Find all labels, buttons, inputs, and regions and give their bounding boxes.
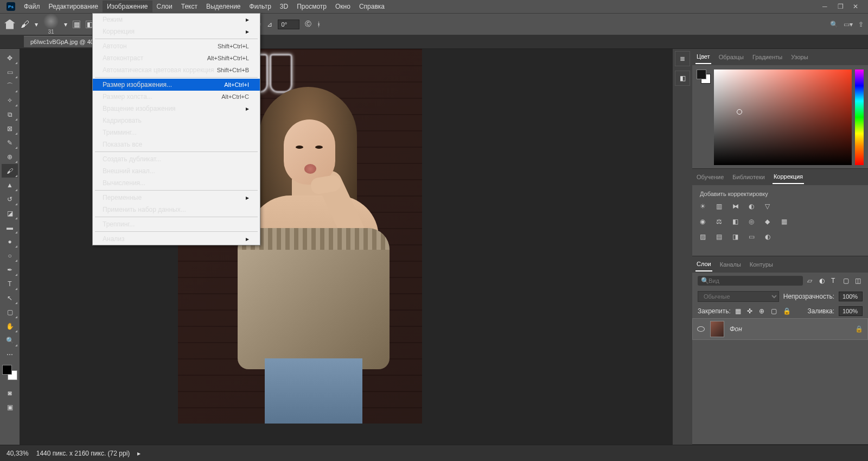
menu-item--[interactable]: Вращение изображения▸ [93,103,260,115]
posterize-icon[interactable]: ▤ [716,233,726,243]
tab-каналы[interactable]: Каналы [719,258,742,271]
screenmode-toggle[interactable]: ▣ [2,400,18,414]
fill-input[interactable] [839,306,863,316]
menu-item--[interactable]: Размер холста...Alt+Ctrl+C [93,91,260,103]
brush-preview[interactable] [43,14,59,29]
vibrance-icon[interactable]: ▽ [765,203,775,212]
hue-slider[interactable] [855,70,864,165]
tab-узоры[interactable]: Узоры [790,50,809,64]
tab-контуры[interactable]: Контуры [749,258,774,271]
tab-градиенты[interactable]: Градиенты [751,50,783,64]
menu-item--[interactable]: Создать дубликат... [93,153,260,165]
filter-image-icon[interactable]: ▱ [807,277,815,285]
menu-справка[interactable]: Справка [355,1,389,12]
quickmask-toggle[interactable]: ◙ [2,386,18,400]
home-button[interactable] [4,20,15,29]
zoom-tool[interactable]: 🔍 [2,333,18,347]
filter-shape-icon[interactable]: ▢ [843,277,851,285]
layer-filter-input[interactable] [698,276,803,286]
minimize-button[interactable]: ─ [822,3,830,10]
menu-item--[interactable]: Вычисления... [93,177,260,189]
pen-tool[interactable]: ✒ [2,263,18,276]
color-field[interactable] [714,70,852,165]
zoom-level[interactable]: 40,33% [7,450,29,457]
lock-artboard-icon[interactable]: ⊕ [759,307,767,315]
close-button[interactable]: ✕ [853,3,860,10]
bw-icon[interactable]: ◧ [732,218,742,228]
menu-текст[interactable]: Текст [177,1,202,12]
menu-редактирование[interactable]: Редактирование [44,1,103,12]
levels-icon[interactable]: ▥ [716,203,726,212]
blur-tool[interactable]: ● [2,235,18,248]
stamp-tool[interactable]: ▲ [2,178,18,192]
lock-nest-icon[interactable]: ▢ [771,307,778,315]
eyedropper-tool[interactable]: ✎ [2,136,18,149]
search-icon[interactable]: 🔍 [830,21,838,28]
blend-mode-select[interactable]: Обычные [698,291,779,302]
tab-библиотеки[interactable]: Библиотеки [731,170,766,184]
dodge-tool[interactable]: ○ [2,249,18,262]
menu-файл[interactable]: Файл [20,1,44,12]
gradientmap-icon[interactable]: ▭ [749,233,758,243]
menu-item--[interactable]: Режим▸ [93,14,260,26]
color-swatches[interactable] [2,365,17,380]
edit-toolbar[interactable]: ⋯ [2,348,18,361]
shape-tool[interactable]: ▢ [2,305,18,319]
fg-color-swatch[interactable] [2,365,12,375]
angle-input[interactable] [278,20,299,29]
restore-button[interactable]: ❐ [838,3,845,10]
invert-icon[interactable]: ▨ [700,233,710,243]
path-select-tool[interactable]: ↖ [2,291,18,305]
menu-просмотр[interactable]: Просмотр [292,1,331,12]
brush-tool-icon[interactable]: 🖌 [21,20,29,29]
menu-выделение[interactable]: Выделение [202,1,245,12]
brightness-icon[interactable]: ☀ [700,203,710,212]
pressure-size-icon[interactable]: Ⓒ [305,20,311,29]
threshold-icon[interactable]: ◨ [732,233,742,243]
layer-row[interactable]: Фон 🔒 [692,318,868,340]
type-tool[interactable]: T [2,277,18,291]
hand-tool[interactable]: ✋ [2,319,18,333]
gradient-tool[interactable]: ▬ [2,220,18,234]
wand-tool[interactable]: ✧ [2,93,18,107]
colorlookup-icon[interactable]: ▦ [781,218,791,228]
workspace-icon[interactable]: ▭▾ [844,21,853,28]
menu-item--[interactable]: Размер изображения...Alt+Ctrl+I [93,79,260,91]
filter-adjust-icon[interactable]: ◐ [819,277,827,285]
tab-коррекция[interactable]: Коррекция [773,170,804,184]
menu-фильтр[interactable]: Фильтр [245,1,276,12]
history-brush-tool[interactable]: ↺ [2,192,18,206]
brush-tool[interactable]: 🖌 [2,164,18,178]
lasso-tool[interactable]: ⌒ [2,79,18,93]
menu-3d[interactable]: 3D [276,1,292,12]
photofilter-icon[interactable]: ◎ [749,218,758,228]
heal-tool[interactable]: ⊕ [2,150,18,163]
share-icon[interactable]: ⇪ [858,21,864,28]
menu-item--[interactable]: АвтотонShift+Ctrl+L [93,40,260,52]
chevron-down-icon[interactable]: ▾ [35,21,38,28]
colorbalance-icon[interactable]: ⚖ [716,218,726,228]
lock-all-icon[interactable]: 🔒 [783,307,790,315]
menu-изображение[interactable]: Изображение [103,1,152,12]
brush-panel-toggle[interactable]: ▦ [73,21,80,28]
panel-swatches[interactable] [697,70,711,84]
opacity-input[interactable] [839,292,863,301]
move-tool[interactable]: ✥ [2,51,18,65]
menu-item--[interactable]: Автоматическая цветовая коррекцияShift+C… [93,64,260,76]
document-tab[interactable]: p6Iwc1vBGpA.jpg @ 40 [24,36,100,47]
frame-tool[interactable]: ⊠ [2,122,18,135]
history-panel-icon[interactable]: ≣ [675,51,690,66]
channelmixer-icon[interactable]: ◆ [765,218,775,228]
symmetry-icon[interactable]: ᚼ [317,21,321,28]
tab-образцы[interactable]: Образцы [718,50,745,64]
eraser-tool[interactable]: ◪ [2,206,18,220]
chevron-down-icon[interactable]: ▾ [64,21,67,28]
filter-type-icon[interactable]: T [831,277,839,285]
filter-smart-icon[interactable]: ◫ [855,277,863,285]
menu-item--[interactable]: Анализ▸ [93,233,260,245]
properties-panel-icon[interactable]: ◧ [675,71,690,86]
marquee-tool[interactable]: ▭ [2,65,18,79]
menu-item--[interactable]: Коррекция▸ [93,26,260,37]
crop-tool[interactable]: ⧉ [2,108,18,121]
visibility-toggle[interactable] [697,326,705,332]
